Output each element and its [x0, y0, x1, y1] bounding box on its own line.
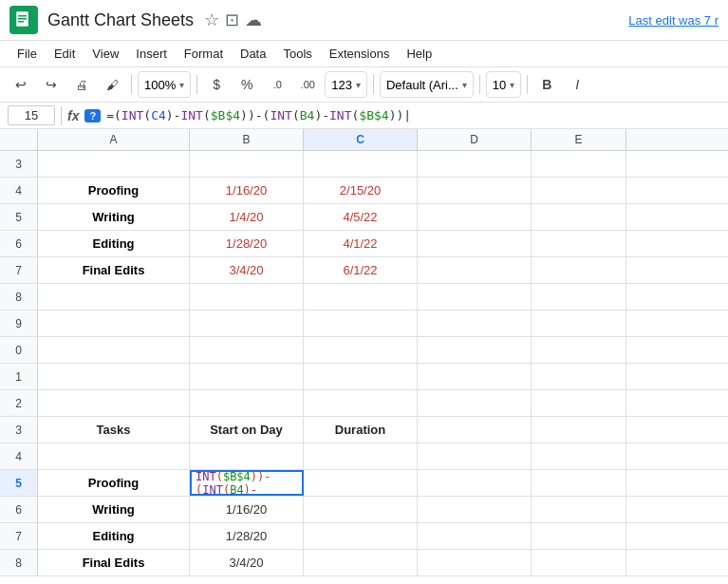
menu-edit[interactable]: Edit — [47, 43, 83, 65]
cell-e10[interactable] — [532, 337, 626, 363]
cell-b3[interactable] — [190, 151, 304, 177]
decimal-decrease-button[interactable]: .00 — [294, 71, 321, 98]
paint-format-button[interactable]: 🖌 — [99, 71, 125, 98]
cell-b14[interactable] — [190, 443, 304, 469]
fontsize-dropdown[interactable]: 10 ▾ — [486, 71, 521, 98]
cell-e14[interactable] — [532, 443, 626, 469]
cell-c15[interactable] — [304, 470, 418, 496]
cell-b11[interactable] — [190, 364, 304, 389]
cell-d6[interactable] — [418, 231, 532, 256]
menu-help[interactable]: Help — [399, 43, 439, 65]
menu-format[interactable]: Format — [177, 43, 231, 65]
cell-c9[interactable] — [304, 311, 418, 336]
col-header-b[interactable]: B — [190, 129, 304, 150]
cell-d7[interactable] — [418, 257, 532, 283]
cell-a10[interactable] — [38, 337, 190, 363]
bold-button[interactable]: B — [533, 71, 560, 98]
cell-c8[interactable] — [304, 284, 418, 310]
percent-button[interactable]: % — [233, 71, 260, 98]
cell-c12[interactable] — [304, 390, 418, 416]
cell-a9[interactable] — [38, 311, 190, 336]
cell-e3[interactable] — [532, 151, 626, 177]
cell-b5[interactable]: 1/4/20 — [190, 204, 304, 230]
cell-c3[interactable] — [304, 151, 418, 177]
cell-c14[interactable] — [304, 443, 418, 469]
cell-c10[interactable] — [304, 337, 418, 363]
menu-data[interactable]: Data — [233, 43, 273, 65]
menu-file[interactable]: File — [9, 43, 45, 65]
cell-a7[interactable]: Final Edits — [38, 257, 190, 283]
cell-d8[interactable] — [418, 284, 532, 310]
cell-a16[interactable]: Writing — [38, 497, 190, 522]
cell-e7[interactable] — [532, 257, 626, 283]
cell-d14[interactable] — [418, 443, 532, 469]
cell-c6[interactable]: 4/1/22 — [304, 231, 418, 256]
cell-b18[interactable]: 3/4/20 — [190, 550, 304, 575]
cell-b16[interactable]: 1/16/20 — [190, 497, 304, 522]
cell-d15[interactable] — [418, 470, 532, 496]
cell-reference-input[interactable] — [8, 105, 55, 125]
decimal-increase-button[interactable]: .0 — [264, 71, 290, 98]
redo-button[interactable]: ↪ — [38, 71, 65, 98]
cell-d16[interactable] — [418, 497, 532, 522]
italic-button[interactable]: I — [564, 71, 590, 98]
cell-e13[interactable] — [532, 417, 626, 443]
cell-e6[interactable] — [532, 231, 626, 256]
cell-d12[interactable] — [418, 390, 532, 416]
last-edit-link[interactable]: Last edit was 7 r — [628, 13, 719, 28]
cell-b13[interactable]: Start on Day — [190, 417, 304, 443]
menu-view[interactable]: View — [84, 43, 126, 65]
cell-c16[interactable] — [304, 497, 418, 522]
cell-d11[interactable] — [418, 364, 532, 389]
drive-icon[interactable]: ⊡ — [225, 9, 239, 30]
cell-c11[interactable] — [304, 364, 418, 389]
menu-tools[interactable]: Tools — [275, 43, 319, 65]
cell-e8[interactable] — [532, 284, 626, 310]
cell-a17[interactable]: Editing — [38, 523, 190, 549]
cell-b4[interactable]: 1/16/20 — [190, 178, 304, 203]
cell-d4[interactable] — [418, 178, 532, 203]
cell-a6[interactable]: Editing — [38, 231, 190, 256]
cell-c17[interactable] — [304, 523, 418, 549]
col-header-c[interactable]: C — [304, 129, 418, 150]
cell-a4[interactable]: Proofing — [38, 178, 190, 203]
cell-c5[interactable]: 4/5/22 — [304, 204, 418, 230]
cell-a14[interactable] — [38, 443, 190, 469]
star-icon[interactable]: ☆ — [204, 9, 219, 30]
cell-a18[interactable]: Final Edits — [38, 550, 190, 575]
cell-e15[interactable] — [532, 470, 626, 496]
menu-insert[interactable]: Insert — [128, 43, 175, 65]
cell-d18[interactable] — [418, 550, 532, 575]
print-button[interactable]: 🖨 — [68, 71, 95, 98]
cell-c7[interactable]: 6/1/22 — [304, 257, 418, 283]
cell-a13[interactable]: Tasks — [38, 417, 190, 443]
col-header-d[interactable]: D — [418, 129, 532, 150]
cell-b8[interactable] — [190, 284, 304, 310]
cell-a11[interactable] — [38, 364, 190, 389]
format-more-dropdown[interactable]: 123 ▾ — [325, 71, 367, 98]
cell-e16[interactable] — [532, 497, 626, 522]
menu-extensions[interactable]: Extensions — [322, 43, 398, 65]
cell-e12[interactable] — [532, 390, 626, 416]
cloud-icon[interactable]: ☁ — [245, 9, 262, 30]
cell-d10[interactable] — [418, 337, 532, 363]
cell-a3[interactable] — [38, 151, 190, 177]
cell-b17[interactable]: 1/28/20 — [190, 523, 304, 549]
cell-a12[interactable] — [38, 390, 190, 416]
cell-d5[interactable] — [418, 204, 532, 230]
cell-c4[interactable]: 2/15/20 — [304, 178, 418, 203]
cell-e17[interactable] — [532, 523, 626, 549]
zoom-dropdown[interactable]: 100% ▾ — [138, 71, 191, 98]
cell-e4[interactable] — [532, 178, 626, 203]
cell-b6[interactable]: 1/28/20 — [190, 231, 304, 256]
cell-e18[interactable] — [532, 550, 626, 575]
col-header-e[interactable]: E — [532, 129, 626, 150]
cell-a15[interactable]: Proofing — [38, 470, 190, 496]
cell-d17[interactable] — [418, 523, 532, 549]
undo-button[interactable]: ↩ — [8, 71, 34, 98]
cell-c18[interactable] — [304, 550, 418, 575]
font-dropdown[interactable]: Default (Ari... ▾ — [380, 71, 474, 98]
cell-a8[interactable] — [38, 284, 190, 310]
cell-d9[interactable] — [418, 311, 532, 336]
cell-b10[interactable] — [190, 337, 304, 363]
